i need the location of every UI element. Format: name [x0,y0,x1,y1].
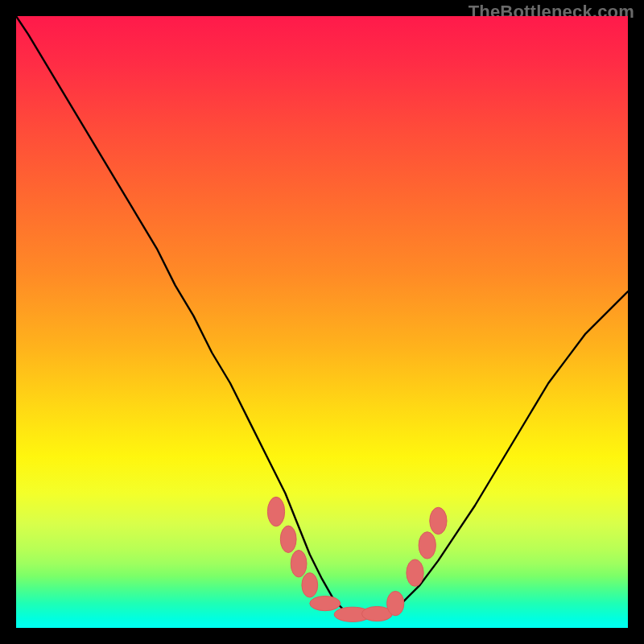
chart-marker [302,573,318,597]
chart-svg [16,16,628,628]
chart-marker [291,550,307,576]
chart-marker [430,507,447,534]
chart-marker [387,591,404,615]
plot-area [16,16,628,628]
chart-marker [407,559,423,586]
chart-line [16,16,628,616]
chart-frame: TheBottleneck.com [0,0,644,644]
chart-marker [267,497,284,526]
chart-marker [310,596,341,610]
chart-marker [419,532,436,559]
chart-marker [280,526,296,552]
